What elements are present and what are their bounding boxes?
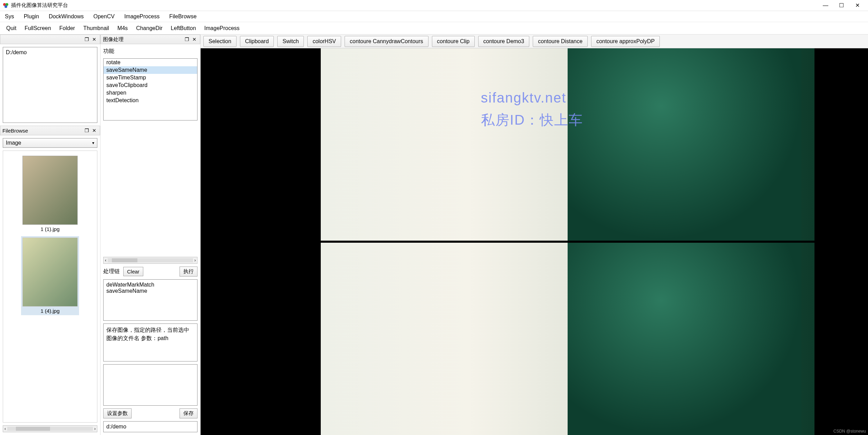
chain-item[interactable]: deWaterMarkMatch (106, 282, 194, 288)
func-label: 功能 (103, 47, 197, 56)
tool-thumbnail[interactable]: Thumbnail (83, 25, 109, 31)
window-title: 插件化图像算法研究平台 (11, 2, 68, 9)
scroll-right-icon[interactable]: › (94, 426, 96, 431)
image-view-bottom[interactable]: CSDN @stonewu (201, 243, 868, 435)
description-box: 保存图像，指定的路径，当前选中图像的文件名 参数：path (103, 323, 197, 361)
path-panel-header: ❐ ✕ (0, 35, 100, 44)
function-listbox[interactable]: rotatesaveSameNamesaveTimeStampsaveToCli… (103, 58, 197, 120)
thumb-image (22, 156, 78, 225)
menu-filebrowse[interactable]: FileBrowse (169, 13, 196, 20)
tab-clipboard[interactable]: Clipboard (240, 36, 274, 47)
param-box[interactable] (103, 364, 197, 406)
watermark-text: sifangktv.net 私房ID：快上车 (481, 87, 583, 131)
undock-icon[interactable]: ❐ (183, 37, 190, 42)
close-button[interactable]: ✕ (849, 0, 865, 11)
chain-item[interactable]: saveSameName (106, 288, 194, 294)
tool-imageprocess[interactable]: ImageProcess (204, 25, 240, 31)
undock-icon[interactable]: ❐ (83, 128, 90, 133)
scroll-left-icon[interactable]: ‹ (105, 258, 106, 263)
hscrollbar[interactable]: ‹ › (3, 425, 97, 432)
function-item[interactable]: sharpen (104, 89, 197, 97)
run-button[interactable]: 执行 (180, 267, 197, 277)
app-icon (3, 2, 9, 9)
func-hscroll[interactable]: ‹ › (103, 257, 197, 264)
chevron-down-icon: ▾ (92, 141, 94, 145)
close-icon[interactable]: ✕ (191, 37, 198, 42)
output-path-input[interactable]: d:/demo (103, 421, 197, 432)
tool-fullscreen[interactable]: FullScreen (25, 25, 51, 31)
tab-contoure-cannydrawcontours[interactable]: contoure CannydrawContours (345, 36, 428, 47)
left-column: ❐ ✕ D:/demo FileBrowse ❐ ✕ Image ▾ 1 (1)… (0, 35, 100, 435)
maximize-button[interactable]: ☐ (833, 0, 849, 11)
menu-opencv[interactable]: OpenCV (94, 13, 115, 20)
menu-imageprocess[interactable]: ImageProcess (124, 13, 160, 20)
tool-m4s[interactable]: M4s (117, 25, 128, 31)
filter-combo-value: Image (6, 140, 21, 146)
set-param-button[interactable]: 设置参数 (103, 408, 132, 418)
menu-dockwindows[interactable]: DockWindows (49, 13, 84, 20)
menu-plugin[interactable]: Plugin (24, 13, 39, 20)
tool-quit[interactable]: Quit (6, 25, 16, 31)
tab-contoure-approxpolydp[interactable]: contoure approxPolyDP (591, 36, 660, 47)
tab-contoure-demo3[interactable]: contoure Demo3 (478, 36, 529, 47)
tab-contoure-clip[interactable]: contoure Clip (432, 36, 475, 47)
image-view-area: sifangktv.net 私房ID：快上车 CSDN @stonewu (201, 48, 868, 435)
function-item[interactable]: textDetection (104, 97, 197, 104)
thumb-caption: 1 (4).jpg (40, 308, 59, 314)
imageprocess-header: 图像处理 ❐ ✕ (100, 35, 200, 44)
function-item[interactable]: rotate (104, 59, 197, 66)
toolbar: Quit FullScreen Folder Thumbnail M4s Cha… (0, 22, 868, 35)
tool-leftbutton[interactable]: LeftButton (171, 25, 196, 31)
path-textbox[interactable]: D:/demo (3, 47, 97, 123)
menubar: Sys Plugin DockWindows OpenCV ImageProce… (0, 11, 868, 22)
tool-folder[interactable]: Folder (59, 25, 75, 31)
image-process-panel: 图像处理 ❐ ✕ 功能 rotatesaveSameNamesaveTimeSt… (100, 35, 200, 435)
close-icon[interactable]: ✕ (91, 128, 98, 133)
scroll-left-icon[interactable]: ‹ (4, 426, 6, 431)
tool-changedir[interactable]: ChangeDir (136, 25, 162, 31)
filebrowse-title: FileBrowse (2, 128, 83, 134)
titlebar: 插件化图像算法研究平台 — ☐ ✕ (0, 0, 868, 11)
undock-icon[interactable]: ❐ (83, 37, 90, 42)
tab-contoure-distance[interactable]: contoure Distance (533, 36, 588, 47)
menu-sys[interactable]: Sys (5, 13, 14, 20)
tab-colorhsv[interactable]: colorHSV (307, 36, 341, 47)
function-item[interactable]: saveSameName (104, 66, 197, 74)
function-item[interactable]: saveToClipboard (104, 81, 197, 89)
chain-listbox[interactable]: deWaterMarkMatchsaveSameName (103, 279, 197, 321)
thumb-image (22, 238, 78, 307)
image-view-top[interactable]: sifangktv.net 私房ID：快上车 (201, 48, 868, 241)
thumb-caption: 1 (1).jpg (40, 226, 59, 232)
tab-strip: SelectionClipboardSwitchcolorHSVcontoure… (201, 35, 868, 48)
minimize-button[interactable]: — (818, 0, 833, 11)
filter-combo[interactable]: Image ▾ (3, 138, 97, 148)
function-item[interactable]: saveTimeStamp (104, 74, 197, 81)
tab-switch[interactable]: Switch (277, 36, 304, 47)
thumb-item[interactable]: 1 (1).jpg (21, 154, 79, 233)
imageprocess-title: 图像处理 (103, 36, 183, 43)
preview-panel: SelectionClipboardSwitchcolorHSVcontoure… (200, 35, 868, 435)
clear-button[interactable]: Clear (123, 267, 143, 276)
tab-selection[interactable]: Selection (203, 36, 237, 47)
thumbnail-list[interactable]: 1 (1).jpg 1 (4).jpg (3, 151, 97, 423)
filebrowse-header: FileBrowse ❐ ✕ (0, 126, 100, 135)
chain-label: 处理链 (103, 267, 120, 276)
save-button[interactable]: 保存 (180, 408, 197, 418)
thumb-item[interactable]: 1 (4).jpg (21, 236, 79, 315)
scroll-right-icon[interactable]: › (194, 258, 196, 263)
csdn-watermark: CSDN @stonewu (833, 429, 866, 434)
close-icon[interactable]: ✕ (91, 37, 98, 42)
svg-point-2 (4, 5, 7, 8)
